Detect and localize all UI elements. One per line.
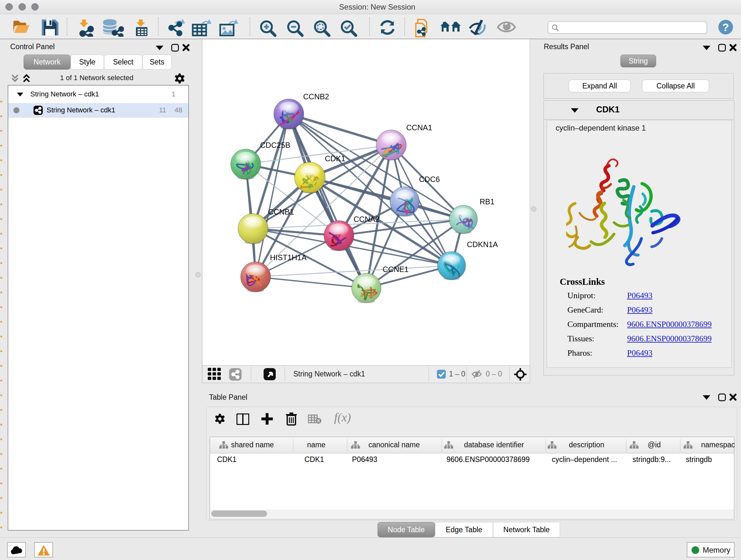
svg-text:CDK1: CDK1 — [325, 154, 345, 163]
svg-text:CDC25B: CDC25B — [260, 141, 290, 149]
svg-text:CCNE1: CCNE1 — [383, 265, 408, 273]
svg-text:HIST1H1A: HIST1H1A — [270, 253, 307, 262]
svg-text:CDC6: CDC6 — [419, 175, 440, 184]
svg-text:CDKN1A: CDKN1A — [467, 240, 498, 249]
svg-text:CCNB1: CCNB1 — [268, 207, 294, 216]
svg-text:CCNA1: CCNA1 — [406, 123, 432, 132]
svg-text:?: ? — [723, 21, 729, 33]
svg-text:CCNB2: CCNB2 — [303, 92, 329, 101]
svg-text:CCNA2: CCNA2 — [354, 215, 380, 224]
svg-text:RB1: RB1 — [480, 197, 495, 206]
